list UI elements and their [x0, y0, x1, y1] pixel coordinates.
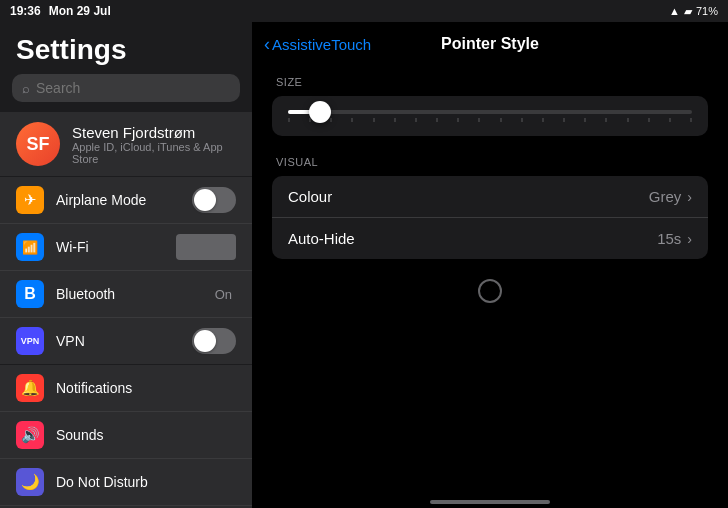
visual-settings-list: Colour Grey › Auto-Hide 15s › — [272, 176, 708, 259]
back-label: AssistiveTouch — [272, 36, 371, 53]
search-input[interactable] — [36, 80, 230, 96]
do-not-disturb-icon: 🌙 — [16, 468, 44, 496]
visual-section-label: VISUAL — [276, 156, 708, 168]
battery-percent: 71% — [696, 5, 718, 17]
search-icon: ⌕ — [22, 81, 30, 96]
right-panel: ‹ AssistiveTouch Pointer Style SIZE — [252, 22, 728, 508]
vpn-toggle[interactable] — [192, 328, 236, 354]
wifi-setting-icon: 📶 — [16, 233, 44, 261]
sidebar-item-notifications[interactable]: 🔔 Notifications — [0, 365, 252, 412]
pointer-area — [272, 279, 708, 303]
tick — [500, 118, 502, 122]
tick — [648, 118, 650, 122]
sounds-icon: 🔊 — [16, 421, 44, 449]
airplane-label: Airplane Mode — [56, 192, 192, 208]
auto-hide-label: Auto-Hide — [288, 230, 657, 247]
home-indicator — [430, 500, 550, 504]
sidebar-title: Settings — [0, 22, 252, 74]
status-bar: 19:36 Mon 29 Jul ▲ ▰ 71% — [0, 0, 728, 22]
battery-icon: ▰ — [684, 5, 692, 18]
avatar: SF — [16, 122, 60, 166]
airplane-icon: ✈ — [16, 186, 44, 214]
tick — [627, 118, 629, 122]
auto-hide-item[interactable]: Auto-Hide 15s › — [272, 218, 708, 259]
connectivity-group: ✈ Airplane Mode 📶 Wi-Fi B Bluetooth On V… — [0, 177, 252, 364]
bluetooth-icon: B — [16, 280, 44, 308]
tick — [521, 118, 523, 122]
profile-info: Steven Fjordstrøm Apple ID, iCloud, iTun… — [72, 124, 236, 165]
slider-track — [288, 110, 692, 114]
search-bar[interactable]: ⌕ — [12, 74, 240, 102]
tick — [669, 118, 671, 122]
wifi-icon: ▲ — [669, 5, 680, 17]
sounds-label: Sounds — [56, 427, 236, 443]
notifications-label: Notifications — [56, 380, 236, 396]
colour-chevron-icon: › — [687, 189, 692, 205]
wifi-label: Wi-Fi — [56, 239, 176, 255]
do-not-disturb-label: Do Not Disturb — [56, 474, 236, 490]
auto-hide-value: 15s — [657, 230, 681, 247]
colour-label: Colour — [288, 188, 649, 205]
back-chevron-icon: ‹ — [264, 35, 270, 53]
size-slider-container — [272, 96, 708, 136]
profile-name: Steven Fjordstrøm — [72, 124, 236, 141]
tick — [394, 118, 396, 122]
status-icons: ▲ ▰ 71% — [669, 5, 718, 18]
colour-item[interactable]: Colour Grey › — [272, 176, 708, 218]
vpn-icon: VPN — [16, 327, 44, 355]
notifications-icon: 🔔 — [16, 374, 44, 402]
tick — [351, 118, 353, 122]
bottom-bar — [252, 488, 728, 508]
vpn-label: VPN — [56, 333, 192, 349]
sidebar-item-vpn[interactable]: VPN VPN — [0, 318, 252, 364]
size-section-label: SIZE — [276, 76, 708, 88]
colour-value: Grey — [649, 188, 682, 205]
slider-ticks — [288, 118, 692, 122]
airplane-toggle[interactable] — [192, 187, 236, 213]
sidebar-item-do-not-disturb[interactable]: 🌙 Do Not Disturb — [0, 459, 252, 506]
tick — [584, 118, 586, 122]
bluetooth-value: On — [215, 287, 232, 302]
tick — [457, 118, 459, 122]
main-layout: Settings ⌕ SF Steven Fjordstrøm Apple ID… — [0, 22, 728, 508]
tick — [690, 118, 692, 122]
panel-header: ‹ AssistiveTouch Pointer Style — [252, 22, 728, 66]
tick — [605, 118, 607, 122]
tick — [436, 118, 438, 122]
sidebar-item-wifi[interactable]: 📶 Wi-Fi — [0, 224, 252, 271]
sidebar-item-airplane-mode[interactable]: ✈ Airplane Mode — [0, 177, 252, 224]
slider-thumb[interactable] — [309, 101, 331, 123]
profile-subtitle: Apple ID, iCloud, iTunes & App Store — [72, 141, 236, 165]
sidebar-item-bluetooth[interactable]: B Bluetooth On — [0, 271, 252, 318]
tick — [478, 118, 480, 122]
tick — [373, 118, 375, 122]
bluetooth-label: Bluetooth — [56, 286, 215, 302]
pointer-circle — [478, 279, 502, 303]
sidebar: Settings ⌕ SF Steven Fjordstrøm Apple ID… — [0, 22, 252, 508]
wifi-indicator — [176, 234, 236, 260]
back-button[interactable]: ‹ AssistiveTouch — [264, 35, 371, 53]
notifications-group: 🔔 Notifications 🔊 Sounds 🌙 Do Not Distur… — [0, 365, 252, 508]
panel-title: Pointer Style — [441, 35, 539, 53]
tick — [330, 118, 332, 122]
visual-section: VISUAL Colour Grey › Auto-Hide 15s › — [272, 156, 708, 259]
sidebar-item-sounds[interactable]: 🔊 Sounds — [0, 412, 252, 459]
panel-content: SIZE — [252, 66, 728, 488]
profile-card[interactable]: SF Steven Fjordstrøm Apple ID, iCloud, i… — [0, 112, 252, 176]
tick — [288, 118, 290, 122]
tick — [415, 118, 417, 122]
tick — [563, 118, 565, 122]
status-time: 19:36 — [10, 4, 41, 18]
status-date: Mon 29 Jul — [49, 4, 111, 18]
tick — [542, 118, 544, 122]
auto-hide-chevron-icon: › — [687, 231, 692, 247]
